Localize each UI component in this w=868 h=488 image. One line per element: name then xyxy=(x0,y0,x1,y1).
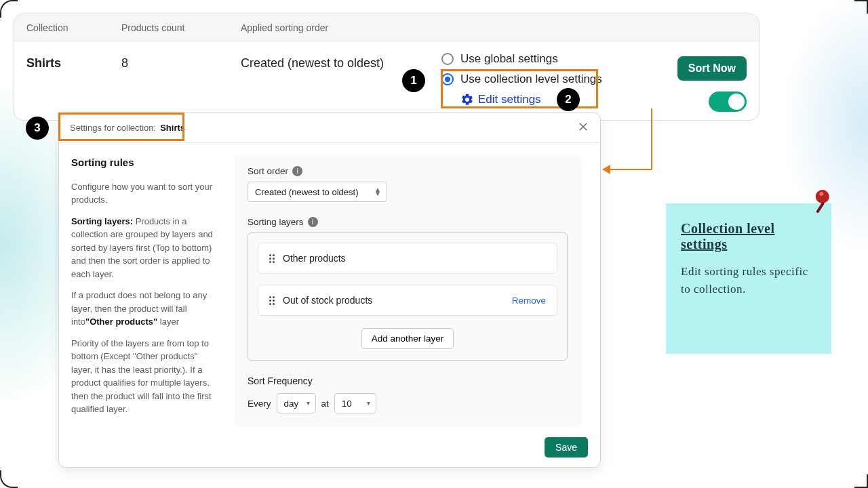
freq-unit-value: day xyxy=(284,399,299,409)
annotation-badge-1: 1 xyxy=(402,69,425,92)
chevron-down-icon: ▾ xyxy=(367,401,370,405)
annotation-badge-3: 3 xyxy=(26,117,49,140)
sort-now-button[interactable]: Sort Now xyxy=(677,56,747,81)
drag-handle-icon[interactable] xyxy=(269,254,275,263)
frame-corner xyxy=(854,474,868,488)
annotation-connector xyxy=(610,169,652,170)
sorting-layers-label-row: Sorting layers i xyxy=(248,217,568,227)
sorting-layers-label: Sorting layers xyxy=(248,217,304,227)
collections-table: Collection Products count Applied sortin… xyxy=(14,14,760,121)
close-icon[interactable] xyxy=(577,121,589,135)
radio-icon-selected xyxy=(441,73,454,85)
toggle-knob xyxy=(728,94,745,110)
sort-order-label-row: Sort order i xyxy=(248,166,568,176)
sorting-layers-box: Other products Out of stock products Rem… xyxy=(248,232,568,361)
header-collection: Collection xyxy=(26,22,121,33)
info-sticky-note: Collection level settings Edit sorting r… xyxy=(666,203,831,354)
sort-frequency-row: Every day ▾ at 10 ▾ xyxy=(248,393,568,413)
help-text: Sorting layers: Products in a collection… xyxy=(71,215,218,281)
modal-title-prefix: Settings for collection: xyxy=(70,123,156,133)
sort-frequency-label: Sort Frequency xyxy=(248,375,568,386)
freq-time-value: 10 xyxy=(342,399,352,409)
sort-order-label: Sort order xyxy=(248,166,288,176)
table-header: Collection Products count Applied sortin… xyxy=(14,14,759,41)
radio-icon xyxy=(441,53,454,65)
layer-name: Out of stock products xyxy=(283,295,372,306)
help-label: Sorting layers: xyxy=(71,216,133,226)
annotation-badge-2: 2 xyxy=(557,88,580,111)
freq-at-label: at xyxy=(321,399,329,409)
radio-label: Use global settings xyxy=(460,52,558,66)
cell-collection-name: Shirts xyxy=(26,56,121,70)
modal-header: Settings for collection: Shirts xyxy=(59,113,600,143)
help-text: Priority of the layers are from top to b… xyxy=(71,337,218,416)
radio-label: Use collection level settings xyxy=(460,73,602,86)
sort-order-value: Created (newest to oldest) xyxy=(255,187,358,197)
edit-settings-label: Edit settings xyxy=(478,93,541,106)
header-products-count: Products count xyxy=(121,22,241,33)
help-text: If a product does not belong to any laye… xyxy=(71,289,218,329)
info-icon[interactable]: i xyxy=(308,217,318,227)
note-title: Collection level settings xyxy=(681,221,816,252)
modal-sidebar: Sorting rules Configure how you want to … xyxy=(59,143,227,467)
frame-corner xyxy=(854,0,868,14)
help-text: Configure how you want to sort your prod… xyxy=(71,180,218,207)
cell-applied-sort: Created (newest to oldest) xyxy=(241,56,441,70)
enable-toggle[interactable] xyxy=(709,92,747,112)
svg-rect-2 xyxy=(816,202,825,214)
table-row: Shirts 8 Created (newest to oldest) Use … xyxy=(14,41,759,121)
chevron-down-icon: ▾ xyxy=(307,401,310,405)
layer-item[interactable]: Out of stock products Remove xyxy=(258,285,557,316)
sort-order-select[interactable]: Created (newest to oldest) ▲▼ xyxy=(248,182,387,202)
radio-use-collection[interactable]: Use collection level settings xyxy=(441,73,665,86)
sorting-rules-heading: Sorting rules xyxy=(71,155,218,171)
annotation-arrowhead-icon xyxy=(602,165,610,174)
layer-item[interactable]: Other products xyxy=(258,243,557,274)
help-body: layer xyxy=(157,317,179,327)
freq-every-label: Every xyxy=(248,399,271,409)
freq-time-select[interactable]: 10 ▾ xyxy=(334,393,376,413)
collection-settings-modal: Settings for collection: Shirts Sorting … xyxy=(58,113,601,468)
save-button[interactable]: Save xyxy=(545,437,588,458)
settings-radio-group: Use global settings Use collection level… xyxy=(441,52,665,106)
modal-main: Sort order i Created (newest to oldest) … xyxy=(227,143,600,467)
layer-name: Other products xyxy=(283,253,346,264)
chevron-updown-icon: ▲▼ xyxy=(374,188,381,196)
freq-unit-select[interactable]: day ▾ xyxy=(277,393,316,413)
note-body: Edit sorting rules specific to collectio… xyxy=(681,263,816,298)
modal-title-collection: Shirts xyxy=(160,123,185,133)
header-applied-sorting: Applied sorting order xyxy=(241,22,441,33)
sorting-rules-form: Sort order i Created (newest to oldest) … xyxy=(234,155,581,427)
radio-use-global[interactable]: Use global settings xyxy=(441,52,665,66)
info-icon[interactable]: i xyxy=(292,166,302,176)
gear-icon xyxy=(460,93,474,106)
annotation-connector xyxy=(651,108,652,169)
help-label: "Other products" xyxy=(85,317,157,327)
drag-handle-icon[interactable] xyxy=(269,296,275,305)
add-layer-button[interactable]: Add another layer xyxy=(361,328,454,349)
remove-layer-link[interactable]: Remove xyxy=(512,296,546,306)
cell-products-count: 8 xyxy=(121,56,241,70)
